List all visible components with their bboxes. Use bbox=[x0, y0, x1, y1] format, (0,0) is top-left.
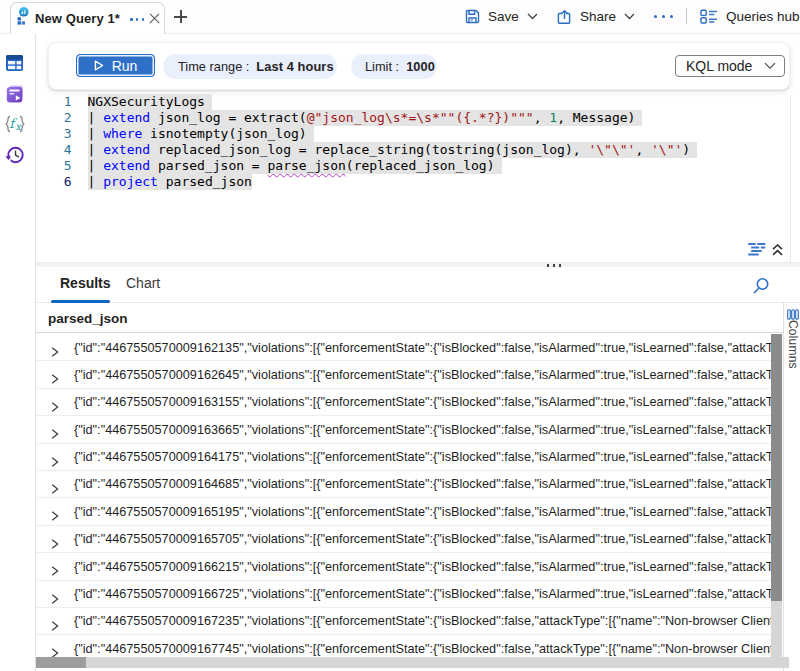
history-icon[interactable] bbox=[5, 145, 25, 165]
connections-table-icon[interactable] bbox=[5, 54, 25, 74]
results-panel: Results Chart parsed_json {"id":"4467550… bbox=[36, 267, 800, 671]
columns-panel-label[interactable]: Columns bbox=[786, 320, 800, 369]
horizontal-scrollbar-thumb[interactable] bbox=[36, 657, 86, 668]
code-line: 6| project parsed_json bbox=[36, 174, 790, 190]
code-line: 2| extend json_log = extract(@"json_log\… bbox=[36, 110, 790, 126]
code-text: | where isnotempty(json_log) bbox=[88, 126, 314, 142]
share-icon bbox=[557, 9, 572, 25]
vertical-scrollbar-thumb[interactable] bbox=[771, 334, 782, 601]
code-text: | extend json_log = extract(@"json_log\s… bbox=[88, 110, 643, 126]
play-icon bbox=[94, 60, 104, 71]
tab-bar: New Query 1* Save Share bbox=[0, 0, 800, 34]
row-json-text: {"id":"4467550570009165705","violations"… bbox=[74, 532, 771, 546]
time-range-picker[interactable]: Time range :Last 4 hours bbox=[163, 54, 337, 79]
expand-row-icon[interactable] bbox=[51, 425, 59, 443]
expand-row-icon[interactable] bbox=[51, 398, 59, 416]
query-editor[interactable]: 1NGXSecurityLogs2| extend json_log = ext… bbox=[36, 94, 790, 194]
queries-hub-icon bbox=[700, 9, 718, 24]
result-row[interactable]: {"id":"4467550570009162135","violations"… bbox=[36, 334, 771, 361]
expand-row-icon[interactable] bbox=[51, 343, 59, 361]
row-json-text: {"id":"4467550570009163155","violations"… bbox=[74, 395, 771, 409]
result-row[interactable]: {"id":"4467550570009167235","violations"… bbox=[36, 608, 771, 635]
chevron-down-icon bbox=[527, 13, 538, 20]
topbar-divider bbox=[686, 8, 687, 24]
line-number: 6 bbox=[36, 174, 72, 190]
code-text: | extend replaced_json_log = replace_str… bbox=[88, 142, 698, 158]
editor-right-border bbox=[790, 95, 791, 262]
vertical-scrollbar[interactable] bbox=[771, 334, 782, 657]
row-json-text: {"id":"4467550570009166725","violations"… bbox=[74, 587, 771, 601]
columns-side-panel: Columns bbox=[783, 303, 800, 671]
share-button[interactable]: Share bbox=[557, 0, 635, 33]
line-number: 2 bbox=[36, 110, 72, 126]
code-text: NGXSecurityLogs bbox=[88, 94, 212, 110]
kusto-web-explorer: New Query 1* Save Share bbox=[0, 0, 800, 671]
code-text: | project parsed_json bbox=[88, 174, 252, 190]
line-number: 5 bbox=[36, 158, 72, 174]
tab-results[interactable]: Results bbox=[60, 275, 111, 291]
save-icon bbox=[465, 9, 480, 24]
row-json-text: {"id":"4467550570009164685","violations"… bbox=[74, 477, 771, 491]
result-row[interactable]: {"id":"4467550570009166215","violations"… bbox=[36, 553, 771, 580]
svg-text:x: x bbox=[15, 121, 22, 132]
code-line: 3| where isnotempty(json_log) bbox=[36, 126, 790, 142]
expand-row-icon[interactable] bbox=[51, 590, 59, 608]
expand-row-icon[interactable] bbox=[51, 453, 59, 471]
chevron-down-icon bbox=[764, 62, 776, 70]
format-query-icon[interactable] bbox=[747, 242, 766, 260]
row-json-text: {"id":"4467550570009167235","violations"… bbox=[74, 614, 771, 628]
expand-row-icon[interactable] bbox=[51, 562, 59, 580]
row-json-text: {"id":"4467550570009162645","violations"… bbox=[74, 368, 771, 382]
code-line: 5| extend parsed_json = parse_json(repla… bbox=[36, 158, 790, 174]
line-number: 3 bbox=[36, 126, 72, 142]
code-line: 4| extend replaced_json_log = replace_st… bbox=[36, 142, 790, 158]
result-row[interactable]: {"id":"4467550570009163665","violations"… bbox=[36, 416, 771, 443]
row-json-text: {"id":"4467550570009164175","violations"… bbox=[74, 450, 771, 464]
expand-row-icon[interactable] bbox=[51, 535, 59, 553]
expand-row-icon[interactable] bbox=[51, 507, 59, 525]
save-button[interactable]: Save bbox=[465, 0, 538, 33]
run-button[interactable]: Run bbox=[76, 54, 155, 77]
results-tabstrip: Results Chart bbox=[36, 267, 800, 303]
topbar-actions: Save Share Queries hub bbox=[0, 0, 800, 33]
line-number: 4 bbox=[36, 142, 72, 158]
limit-picker[interactable]: Limit :1000 bbox=[351, 54, 437, 79]
search-results-icon[interactable] bbox=[750, 275, 772, 297]
expand-row-icon[interactable] bbox=[51, 480, 59, 498]
tab-chart[interactable]: Chart bbox=[126, 275, 160, 291]
row-json-text: {"id":"4467550570009167745","violations"… bbox=[74, 642, 771, 656]
results-grid: {"id":"4467550570009162135","violations"… bbox=[36, 334, 771, 671]
result-row[interactable]: {"id":"4467550570009162645","violations"… bbox=[36, 361, 771, 388]
functions-icon[interactable]: f x bbox=[5, 114, 25, 134]
horizontal-scrollbar[interactable] bbox=[36, 657, 789, 668]
row-json-text: {"id":"4467550570009162135","violations"… bbox=[74, 341, 771, 355]
code-line: 1NGXSecurityLogs bbox=[36, 94, 790, 110]
row-json-text: {"id":"4467550570009166215","violations"… bbox=[74, 560, 771, 574]
grid-header-row: parsed_json bbox=[36, 303, 800, 333]
code-text: | extend parsed_json = parse_json(replac… bbox=[88, 158, 502, 174]
chevron-down-icon bbox=[624, 13, 635, 20]
result-row[interactable]: {"id":"4467550570009166725","violations"… bbox=[36, 581, 771, 608]
row-json-text: {"id":"4467550570009163665","violations"… bbox=[74, 423, 771, 437]
column-header-parsed-json[interactable]: parsed_json bbox=[48, 311, 128, 326]
query-mode-dropdown[interactable]: KQL mode bbox=[675, 55, 785, 77]
left-rail: f x bbox=[0, 34, 36, 671]
result-row[interactable]: {"id":"4467550570009163155","violations"… bbox=[36, 389, 771, 416]
line-number: 1 bbox=[36, 94, 72, 110]
queries-hub-button[interactable]: Queries hub bbox=[700, 0, 800, 33]
more-actions-button[interactable] bbox=[654, 15, 673, 18]
expand-row-icon[interactable] bbox=[51, 617, 59, 635]
row-json-text: {"id":"4467550570009165195","violations"… bbox=[74, 505, 771, 519]
result-row[interactable]: {"id":"4467550570009165195","violations"… bbox=[36, 498, 771, 525]
collapse-editor-icon[interactable] bbox=[772, 242, 783, 260]
result-row[interactable]: {"id":"4467550570009164175","violations"… bbox=[36, 444, 771, 471]
expand-row-icon[interactable] bbox=[51, 370, 59, 388]
result-row[interactable]: {"id":"4467550570009165705","violations"… bbox=[36, 526, 771, 553]
result-row[interactable]: {"id":"4467550570009164685","violations"… bbox=[36, 471, 771, 498]
saved-queries-icon[interactable] bbox=[5, 84, 25, 104]
